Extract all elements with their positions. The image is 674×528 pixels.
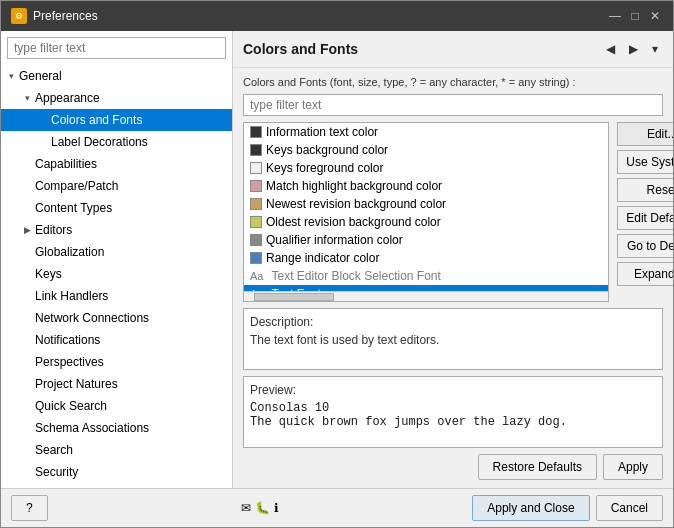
color-swatch-keys-bg bbox=[250, 144, 262, 156]
right-panel: Colors and Fonts ◀ ▶ ▾ Colors and Fonts … bbox=[233, 31, 673, 488]
tree-item-security[interactable]: Security bbox=[1, 461, 232, 483]
tree-item-editors[interactable]: ▶ Editors bbox=[1, 219, 232, 241]
title-controls: — □ ✕ bbox=[607, 8, 663, 24]
expand-compare-icon bbox=[21, 180, 33, 192]
toolbar-menu-button[interactable]: ▾ bbox=[647, 39, 663, 59]
horizontal-scrollbar[interactable] bbox=[244, 291, 608, 301]
list-item-label: Keys background color bbox=[266, 143, 388, 157]
list-item-keys-bg[interactable]: Keys background color bbox=[244, 141, 608, 159]
expand-network-icon bbox=[21, 312, 33, 324]
action-buttons: Edit... Use System Font Reset Edit Defau… bbox=[617, 122, 673, 302]
color-swatch-qualifier bbox=[250, 234, 262, 246]
tree-item-globalization[interactable]: Globalization bbox=[1, 241, 232, 263]
filter-input[interactable] bbox=[7, 37, 226, 59]
list-item-text-editor-block[interactable]: Aa Text Editor Block Selection Font bbox=[244, 267, 608, 285]
edit-button[interactable]: Edit... bbox=[617, 122, 673, 146]
back-button[interactable]: ◀ bbox=[601, 39, 620, 59]
network-label: Network Connections bbox=[33, 310, 151, 326]
tree-item-capabilities[interactable]: Capabilities bbox=[1, 153, 232, 175]
bug-icon: 🐛 bbox=[255, 501, 270, 515]
close-button[interactable]: ✕ bbox=[647, 8, 663, 24]
tree-item-keys[interactable]: Keys bbox=[1, 263, 232, 285]
tree-item-schema[interactable]: Schema Associations bbox=[1, 417, 232, 439]
color-swatch-match bbox=[250, 180, 262, 192]
list-item-newest-revision[interactable]: Newest revision background color bbox=[244, 195, 608, 213]
list-item-match-highlight[interactable]: Match highlight background color bbox=[244, 177, 608, 195]
list-item-label: Keys foreground color bbox=[266, 161, 383, 175]
tree-item-label-decorations[interactable]: Label Decorations bbox=[1, 131, 232, 153]
use-system-font-button[interactable]: Use System Font bbox=[617, 150, 673, 174]
apply-button[interactable]: Apply bbox=[603, 454, 663, 480]
compare-label: Compare/Patch bbox=[33, 178, 120, 194]
tree-item-general[interactable]: ▾ General bbox=[1, 65, 232, 87]
apply-and-close-button[interactable]: Apply and Close bbox=[472, 495, 589, 521]
preview-label: Preview: bbox=[250, 383, 656, 397]
tree-item-colors-fonts[interactable]: Colors and Fonts bbox=[1, 109, 232, 131]
expand-glob-icon bbox=[21, 246, 33, 258]
tree-item-perspectives[interactable]: Perspectives bbox=[1, 351, 232, 373]
list-item-range[interactable]: Range indicator color bbox=[244, 249, 608, 267]
minimize-button[interactable]: — bbox=[607, 8, 623, 24]
list-item-label: Range indicator color bbox=[266, 251, 379, 265]
capabilities-label: Capabilities bbox=[33, 156, 99, 172]
preview-content: Consolas 10 The quick brown fox jumps ov… bbox=[250, 401, 656, 441]
mail-icon: ✉ bbox=[241, 501, 251, 515]
window-title: Preferences bbox=[33, 9, 98, 23]
tree-item-project-natures[interactable]: Project Natures bbox=[1, 373, 232, 395]
preview-line1: Consolas 10 bbox=[250, 401, 656, 415]
link-handlers-label: Link Handlers bbox=[33, 288, 110, 304]
expand-all-button[interactable]: Expand All bbox=[617, 262, 673, 286]
search-label: Search bbox=[33, 442, 75, 458]
tree-item-network[interactable]: Network Connections bbox=[1, 307, 232, 329]
help-button[interactable]: ? bbox=[11, 495, 48, 521]
expand-general-icon[interactable]: ▾ bbox=[5, 70, 17, 82]
tree-item-compare[interactable]: Compare/Patch bbox=[1, 175, 232, 197]
expand-content-icon bbox=[21, 202, 33, 214]
expand-security-icon bbox=[21, 466, 33, 478]
list-item-info-text[interactable]: Information text color bbox=[244, 123, 608, 141]
label-decorations-label: Label Decorations bbox=[49, 134, 150, 150]
tree-item-search[interactable]: Search bbox=[1, 439, 232, 461]
globalization-label: Globalization bbox=[33, 244, 106, 260]
panel-toolbar: ◀ ▶ ▾ bbox=[601, 39, 663, 59]
forward-button[interactable]: ▶ bbox=[624, 39, 643, 59]
tree-item-appearance[interactable]: ▾ Appearance bbox=[1, 87, 232, 109]
list-item-keys-fg[interactable]: Keys foreground color bbox=[244, 159, 608, 177]
items-list-container: Information text color Keys background c… bbox=[243, 122, 609, 302]
content-types-label: Content Types bbox=[33, 200, 114, 216]
expand-notif-icon bbox=[21, 334, 33, 346]
tree-item-content-types[interactable]: Content Types bbox=[1, 197, 232, 219]
cancel-button[interactable]: Cancel bbox=[596, 495, 663, 521]
panel-filter-input[interactable] bbox=[243, 94, 663, 116]
footer-icons: ✉ 🐛 ℹ bbox=[241, 501, 279, 515]
preferences-window: ⚙ Preferences — □ ✕ ▾ General bbox=[0, 0, 674, 528]
restore-defaults-button[interactable]: Restore Defaults bbox=[478, 454, 597, 480]
description-label: Description: bbox=[250, 315, 656, 329]
go-to-default-button[interactable]: Go to Default bbox=[617, 234, 673, 258]
expand-editors-icon[interactable]: ▶ bbox=[21, 224, 33, 236]
expand-proj-icon bbox=[21, 378, 33, 390]
list-item-qualifier[interactable]: Qualifier information color bbox=[244, 231, 608, 249]
reset-button[interactable]: Reset bbox=[617, 178, 673, 202]
h-scroll-thumb[interactable] bbox=[254, 293, 334, 301]
title-bar-left: ⚙ Preferences bbox=[11, 8, 98, 24]
colors-fonts-label: Colors and Fonts bbox=[49, 112, 144, 128]
tree-item-notifications[interactable]: Notifications bbox=[1, 329, 232, 351]
expand-search-icon bbox=[21, 444, 33, 456]
expand-appearance-icon[interactable]: ▾ bbox=[21, 92, 33, 104]
expand-label-icon bbox=[37, 136, 49, 148]
color-swatch-range bbox=[250, 252, 262, 264]
content-area: ▾ General ▾ Appearance Colors and Font bbox=[1, 31, 673, 488]
list-item-oldest-revision[interactable]: Oldest revision background color bbox=[244, 213, 608, 231]
list-item-label: Qualifier information color bbox=[266, 233, 403, 247]
description-content: The text font is used by text editors. bbox=[250, 333, 656, 363]
color-swatch-oldest bbox=[250, 216, 262, 228]
maximize-button[interactable]: □ bbox=[627, 8, 643, 24]
tree-item-link-handlers[interactable]: Link Handlers bbox=[1, 285, 232, 307]
edit-default-button[interactable]: Edit Default... bbox=[617, 206, 673, 230]
quick-search-label: Quick Search bbox=[33, 398, 109, 414]
tree-item-quick-search[interactable]: Quick Search bbox=[1, 395, 232, 417]
schema-label: Schema Associations bbox=[33, 420, 151, 436]
app-icon: ⚙ bbox=[11, 8, 27, 24]
tree-container: ▾ General ▾ Appearance Colors and Font bbox=[1, 65, 232, 488]
